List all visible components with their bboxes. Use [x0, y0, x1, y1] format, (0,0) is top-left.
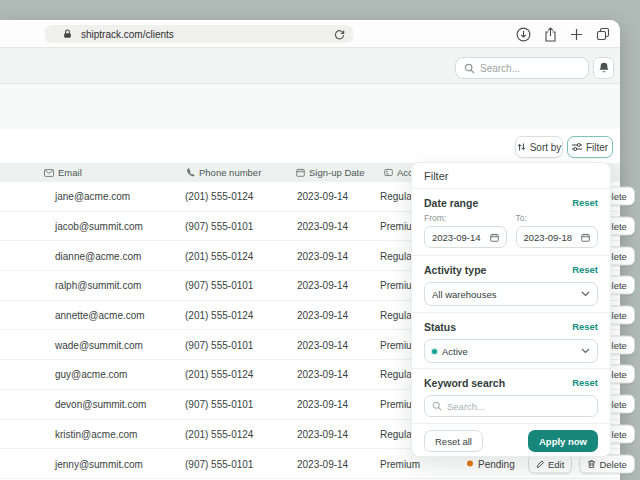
from-date-value: 2023-09-14: [432, 232, 481, 243]
tab-overview-icon[interactable]: [596, 27, 610, 41]
sort-by-label: Sort by: [530, 142, 562, 153]
browser-toolbar: shiptrack.com/clients: [0, 20, 620, 48]
cell-phone: (907) 555-0101: [185, 399, 253, 410]
chevron-down-icon: [581, 348, 590, 354]
email-icon: [44, 169, 54, 177]
cell-signup: 2023-09-14: [297, 221, 348, 232]
cell-account: Regular: [380, 428, 415, 439]
cell-account: Premium: [380, 458, 420, 469]
filter-panel-footer: Reset all Apply now: [412, 424, 610, 458]
pencil-icon: [536, 459, 545, 468]
cell-signup: 2023-09-14: [297, 428, 348, 439]
edit-button-label: Edit: [548, 458, 564, 469]
to-date-input[interactable]: 2023-09-18: [516, 226, 599, 248]
cell-email: jane@acme.com: [55, 191, 130, 202]
sort-by-button[interactable]: Sort by: [515, 136, 563, 158]
reset-all-button[interactable]: Reset all: [424, 430, 483, 452]
search-icon: [464, 63, 475, 74]
from-date-input[interactable]: 2023-09-14: [424, 226, 507, 248]
search-placeholder: Search...: [480, 63, 520, 74]
to-label: To:: [516, 213, 599, 223]
cell-email: jenny@summit.com: [55, 458, 143, 469]
cell-phone: (201) 555-0124: [185, 250, 253, 261]
keyword-reset-link[interactable]: Reset: [572, 377, 598, 388]
share-icon[interactable]: [544, 27, 557, 42]
column-label: Email: [58, 167, 82, 178]
cell-signup: 2023-09-14: [297, 280, 348, 291]
sort-icon: [517, 142, 526, 152]
reload-icon[interactable]: [334, 29, 345, 40]
bell-icon: [599, 62, 609, 74]
lock-icon: [63, 29, 72, 39]
cell-signup: 2023-09-14: [297, 458, 348, 469]
cell-signup: 2023-09-14: [297, 310, 348, 321]
downloads-icon[interactable]: [516, 27, 531, 42]
account-card-icon: [384, 168, 393, 177]
phone-icon: [186, 168, 195, 177]
status-badge: Pending: [467, 458, 515, 469]
new-tab-icon[interactable]: [570, 28, 583, 41]
cell-signup: 2023-09-14: [297, 250, 348, 261]
filter-button[interactable]: Filter: [567, 136, 613, 158]
cell-account: Regular: [380, 191, 415, 202]
date-range-label: Date range: [424, 197, 478, 209]
active-status-dot-icon: [432, 349, 437, 354]
column-header-signup: Sign-up Date: [296, 163, 364, 182]
activity-type-select[interactable]: All warehouses: [424, 282, 598, 306]
notifications-button[interactable]: [593, 57, 614, 79]
activity-type-section: Activity type Reset All warehouses: [412, 256, 610, 313]
apply-now-button[interactable]: Apply now: [528, 430, 598, 452]
cell-email: guy@acme.com: [55, 369, 127, 380]
cell-phone: (201) 555-0124: [185, 191, 253, 202]
calendar-icon: [581, 233, 590, 242]
status-reset-link[interactable]: Reset: [572, 321, 598, 332]
cell-email: devon@summit.com: [55, 399, 146, 410]
trash-icon: [587, 459, 596, 468]
url-bar[interactable]: shiptrack.com/clients: [45, 25, 353, 43]
calendar-icon: [296, 168, 305, 177]
cell-email: kristin@acme.com: [55, 428, 137, 439]
cell-account: Regular: [380, 369, 415, 380]
from-label: From:: [424, 213, 507, 223]
filter-panel-title: Filter: [412, 163, 610, 189]
pending-status-dot-icon: [467, 461, 473, 467]
column-label: Sign-up Date: [309, 167, 364, 178]
cell-phone: (907) 555-0101: [185, 221, 253, 232]
cell-phone: (907) 555-0101: [185, 458, 253, 469]
cell-email: annette@acme.com: [55, 310, 145, 321]
cell-phone: (907) 555-0101: [185, 280, 253, 291]
url-text: shiptrack.com/clients: [81, 29, 174, 40]
browser-actions: [516, 20, 610, 48]
cell-phone: (201) 555-0124: [185, 369, 253, 380]
activity-type-reset-link[interactable]: Reset: [572, 264, 598, 275]
cell-signup: 2023-09-14: [297, 399, 348, 410]
cell-phone: (201) 555-0124: [185, 310, 253, 321]
column-header-phone: Phone number: [186, 163, 261, 182]
cell-account: Regular: [380, 310, 415, 321]
status-label: Status: [424, 321, 456, 333]
date-range-section: Date range Reset From: 2023-09-14: [412, 189, 610, 256]
browser-window: shiptrack.com/clients: [0, 20, 620, 480]
filter-panel: Filter Date range Reset From: 2023-09-14: [411, 162, 611, 457]
calendar-icon: [490, 233, 499, 242]
status-value: Active: [442, 346, 468, 357]
status-label: Pending: [478, 458, 515, 469]
keyword-search-input[interactable]: Search...: [424, 395, 598, 417]
status-section: Status Reset Active: [412, 313, 610, 369]
cell-email: wade@summit.com: [55, 339, 143, 350]
activity-type-label: Activity type: [424, 264, 486, 276]
keyword-placeholder: Search...: [447, 401, 485, 412]
keyword-search-label: Keyword search: [424, 377, 505, 389]
cell-email: ralph@summit.com: [55, 280, 141, 291]
cell-phone: (907) 555-0101: [185, 339, 253, 350]
date-range-reset-link[interactable]: Reset: [572, 197, 598, 208]
cell-signup: 2023-09-14: [297, 191, 348, 202]
cell-email: dianne@acme.com: [55, 250, 141, 261]
cell-account: Regular: [380, 250, 415, 261]
app-header: Search...: [0, 48, 620, 84]
cell-email: jacob@summit.com: [55, 221, 143, 232]
to-date-value: 2023-09-18: [524, 232, 573, 243]
keyword-search-section: Keyword search Reset Search...: [412, 369, 610, 424]
status-select[interactable]: Active: [424, 339, 598, 363]
global-search-input[interactable]: Search...: [455, 57, 589, 79]
